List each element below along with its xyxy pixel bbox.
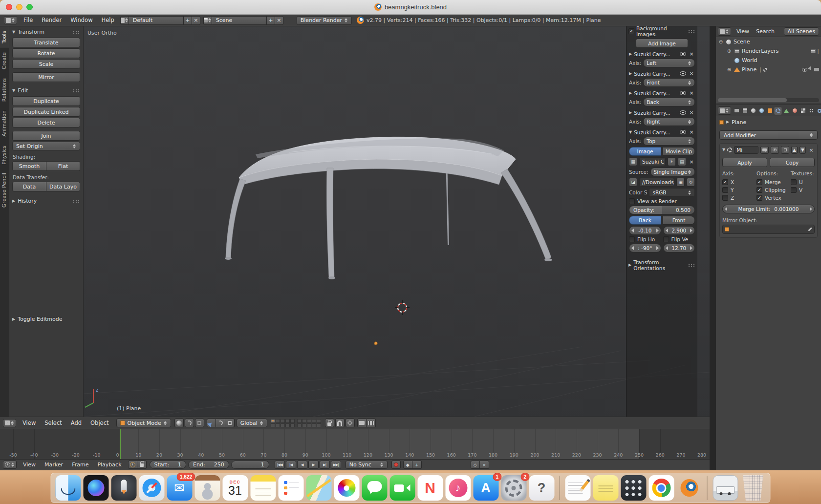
open-image-button[interactable]: ▤ [678,157,686,166]
duplicate-button[interactable]: Duplicate [12,96,80,106]
modifier-render-toggle[interactable] [760,146,769,154]
dock-messages[interactable] [362,475,387,501]
opacity-slider[interactable]: Opacity: 0.500 [629,206,695,214]
layer-cell[interactable] [317,423,321,427]
modifier-name-field[interactable]: Mi [734,146,758,154]
menu-select[interactable]: Select [40,418,66,429]
expander-icon[interactable]: ⊕ [726,67,732,72]
remove-image-button[interactable]: × [688,90,695,96]
visibility-eye-icon[interactable] [680,52,686,56]
outliner-row-renderlayers[interactable]: ⊕ RenderLayers | [716,46,821,56]
properties-tab-render[interactable] [733,106,740,115]
dock-blender[interactable] [676,475,702,501]
properties-tab-object[interactable] [766,106,774,115]
dock-keypad[interactable] [621,475,646,501]
snap-toggle-button[interactable] [335,419,345,427]
visibility-eye-icon[interactable] [680,110,686,115]
render-engine-dropdown[interactable]: Blender Render [297,16,352,25]
layer-cell[interactable] [297,423,302,427]
dock-safari[interactable] [139,475,164,501]
translate-manipulator-button[interactable] [207,419,216,427]
axis-dropdown[interactable]: Front [643,78,695,87]
layer-cell[interactable] [307,423,311,427]
history-panel-header[interactable]: ▶ History [9,195,83,206]
dock-truck-photo[interactable] [713,475,738,501]
dock-photos[interactable] [334,475,359,501]
viewport-shading-dropdown[interactable] [174,419,184,427]
remove-image-button[interactable]: × [688,51,695,57]
pivot-align-toggle[interactable] [195,419,204,427]
dock-maps[interactable] [306,475,331,501]
flip-vertical-checkbox[interactable]: ✓Flip Ve [663,236,689,242]
layer-cell[interactable] [276,423,280,427]
menu-window[interactable]: Window [66,15,97,26]
dock-textedit[interactable] [565,475,590,501]
dock-app-store[interactable]: A1 [473,475,498,501]
menu-help[interactable]: Help [97,15,119,26]
screen-layout-delete-button[interactable]: × [192,16,200,25]
file-browse-icon[interactable]: ◪ [629,178,637,187]
merge-limit-field[interactable]: Merge Limit:0.001000 [722,205,815,213]
lock-time-cursor-button[interactable] [137,461,147,469]
layer-cell[interactable] [312,423,316,427]
layer-cell[interactable] [281,419,285,423]
data-transfer-layout-button[interactable]: Data Layo [46,182,80,191]
frame-end-field[interactable]: End: 250 [188,461,229,469]
mirror-button[interactable]: Mirror [12,72,80,82]
flip-horizontal-checkbox[interactable]: ✓Flip Ho [629,236,655,242]
jump-to-start-button[interactable]: |◀◀ [275,461,285,469]
menu-ol-view[interactable]: View [733,26,753,37]
source-movie-clip-toggle[interactable]: Movie Clip [663,147,695,156]
dock-reminders[interactable] [278,475,303,501]
dock-siri[interactable] [83,475,108,501]
background-images-panel-header[interactable]: ✓ Background Images: [628,26,695,37]
dock-news[interactable]: N [417,475,443,501]
expander-icon[interactable]: ⊕ [726,48,732,54]
eyedropper-icon[interactable] [808,227,812,231]
properties-tab-render-layers[interactable] [741,106,749,115]
screen-layout-value[interactable]: Default [129,16,184,25]
properties-tab-texture[interactable] [799,106,807,115]
menu-tl-view[interactable]: View [19,459,40,470]
jump-to-next-keyframe-button[interactable]: ▶| [320,461,330,469]
modifier-move-up-button[interactable]: ▲ [791,146,798,154]
bg-image-entry-header[interactable]: ▶ Suzuki Carry... × [629,90,695,96]
menu-ol-search[interactable]: Search [753,26,778,37]
modifier-apply-button[interactable]: Apply [722,158,767,167]
shade-flat-button[interactable]: Flat [46,161,80,171]
reload-image-icon[interactable]: ↻ [687,178,695,187]
toolshelf-tab-animation[interactable]: Animation [0,106,9,141]
outliner-row-world[interactable]: World [716,56,821,65]
layer-cell[interactable] [271,419,275,423]
layer-cell[interactable] [312,419,316,423]
depth-back-toggle[interactable]: Back [629,216,661,225]
scale-manipulator-button[interactable] [225,419,235,427]
remove-image-button[interactable]: × [688,129,695,135]
dock-notes[interactable] [250,475,276,501]
keying-set-dropdown[interactable]: ◆ [403,461,412,469]
bg-image-entry-header[interactable]: ▼ Suzuki Carry... × [629,129,695,135]
lock-to-scene-button[interactable] [325,419,334,427]
layer-cell[interactable] [290,419,295,423]
duplicate-linked-button[interactable]: Duplicate Linked [12,107,80,117]
mirror-clipping-checkbox[interactable]: ✓Clipping [756,187,791,193]
data-transfer-data-button[interactable]: Data [12,182,46,191]
rotation-field[interactable]: : -90° [629,244,661,252]
source-image-toggle[interactable]: Image [629,147,661,156]
modifier-delete-button[interactable]: × [808,147,815,153]
delete-keyframe-button[interactable]: × [480,461,489,469]
layer-cell[interactable] [281,423,285,427]
editor-type-properties-button[interactable] [718,106,731,115]
dock-stickies[interactable] [593,475,618,501]
dock-finder[interactable] [55,475,81,501]
current-frame-field[interactable]: 1 [231,461,269,469]
outliner-row-scene[interactable]: ⊖ Scene [716,37,821,46]
dock-facetime[interactable] [389,475,415,501]
menu-tl-marker[interactable]: Marker [40,459,67,470]
outliner-scrollbar[interactable] [718,98,819,102]
renderlayer-restrict-icon[interactable] [811,49,816,53]
screen-layout-icon[interactable] [120,16,129,25]
dock-trash[interactable] [740,475,766,501]
zoom-window-button[interactable] [26,4,33,10]
restrict-render-icon[interactable] [814,68,819,71]
